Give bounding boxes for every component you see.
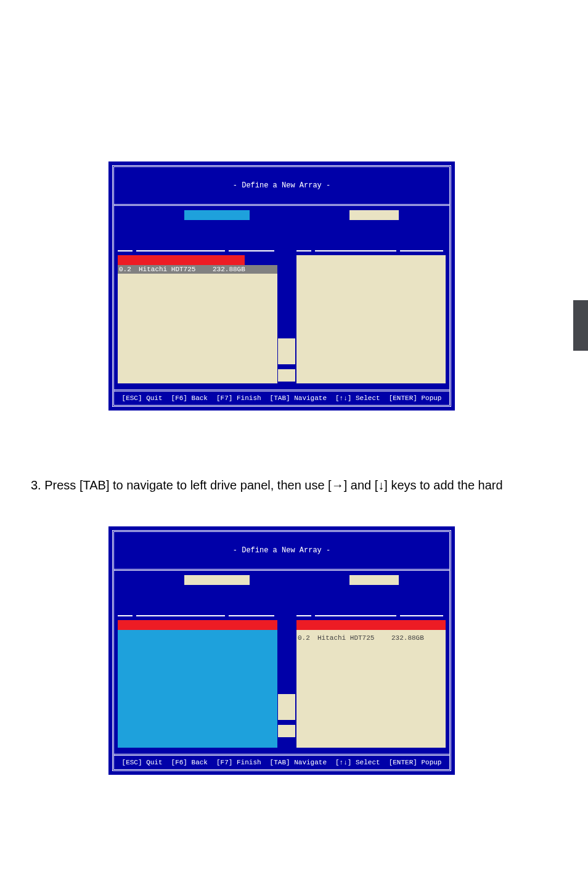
- bios-title: - Define a New Array -: [233, 546, 330, 555]
- instruction-step-3: 3. Press [TAB] to navigate to left drive…: [31, 478, 555, 492]
- bios-title-region: - Define a New Array -: [114, 167, 449, 206]
- drive-row-array[interactable]: 0.2 Hitachi HDT725 232.88GB: [296, 634, 446, 642]
- free-disks-list[interactable]: [118, 274, 277, 383]
- key-tab-navigate: [TAB] Navigate: [270, 759, 327, 766]
- key-f6-back: [F6] Back: [171, 759, 208, 766]
- bios-panel-1: - Define a New Array - 0.2: [108, 161, 455, 411]
- key-arrows-select: [↑↓] Select: [335, 759, 380, 766]
- array-disks-panel[interactable]: 0.2 Hitachi HDT725 232.88GB 0.2 Hitachi …: [296, 620, 446, 748]
- drive-port: 0.2: [119, 266, 133, 273]
- drive-port: 0.2: [298, 634, 311, 642]
- bios-panel-2: - Define a New Array -: [108, 526, 455, 775]
- drive-row-free[interactable]: 0.2 Hitachi HDT725 232.88GB: [118, 265, 277, 274]
- key-f7-finish: [F7] Finish: [216, 759, 261, 766]
- raid-mode-field[interactable]: [184, 210, 250, 220]
- stripe-block-field[interactable]: [349, 575, 399, 585]
- drive-model: Hitachi HDT725: [139, 266, 206, 273]
- free-disks-header: [118, 620, 277, 630]
- free-disks-panel[interactable]: 0.2 Hitachi HDT725 232.88GB: [118, 255, 277, 383]
- array-disks-header: [296, 620, 446, 630]
- free-disks-header: [118, 255, 245, 265]
- key-tab-navigate: [TAB] Navigate: [270, 394, 327, 402]
- bios-body: 0.2 Hitachi HDT725 232.88GB 0.2 Hitachi …: [114, 571, 449, 754]
- array-disks-list[interactable]: [296, 255, 446, 383]
- bios-status-bar: [ESC] Quit [F6] Back [F7] Finish [TAB] N…: [114, 390, 449, 405]
- transfer-arrows[interactable]: [278, 338, 295, 382]
- bios-frame: - Define a New Array - 0.2: [112, 165, 451, 407]
- bios-status-bar: [ESC] Quit [F6] Back [F7] Finish [TAB] N…: [114, 754, 449, 769]
- key-f6-back: [F6] Back: [171, 394, 208, 402]
- drive-model: Hitachi HDT725: [317, 634, 385, 642]
- array-disks-list-bg: [296, 630, 446, 748]
- bios-frame: - Define a New Array -: [112, 530, 451, 771]
- drive-capacity: 232.88GB: [213, 266, 256, 273]
- transfer-arrows[interactable]: [278, 694, 295, 737]
- key-f7-finish: [F7] Finish: [216, 394, 261, 402]
- field-row: [114, 573, 449, 587]
- array-disks-panel[interactable]: [296, 255, 446, 383]
- bios-title-region: - Define a New Array -: [114, 532, 449, 571]
- drive-capacity: 232.88GB: [391, 634, 435, 642]
- bios-title: - Define a New Array -: [233, 181, 330, 190]
- page-side-tab: [573, 300, 588, 351]
- key-esc-quit: [ESC] Quit: [122, 759, 163, 766]
- key-arrows-select: [↑↓] Select: [335, 394, 380, 402]
- bios-body: 0.2 Hitachi HDT725 232.88GB: [114, 206, 449, 390]
- field-row: [114, 208, 449, 222]
- stripe-block-field[interactable]: [349, 210, 399, 220]
- key-enter-popup: [ENTER] Popup: [389, 759, 442, 766]
- free-disks-list-selected[interactable]: [118, 630, 277, 748]
- key-enter-popup: [ENTER] Popup: [389, 394, 442, 402]
- key-esc-quit: [ESC] Quit: [122, 394, 163, 402]
- raid-mode-field[interactable]: [184, 575, 250, 585]
- free-disks-panel[interactable]: [118, 620, 277, 748]
